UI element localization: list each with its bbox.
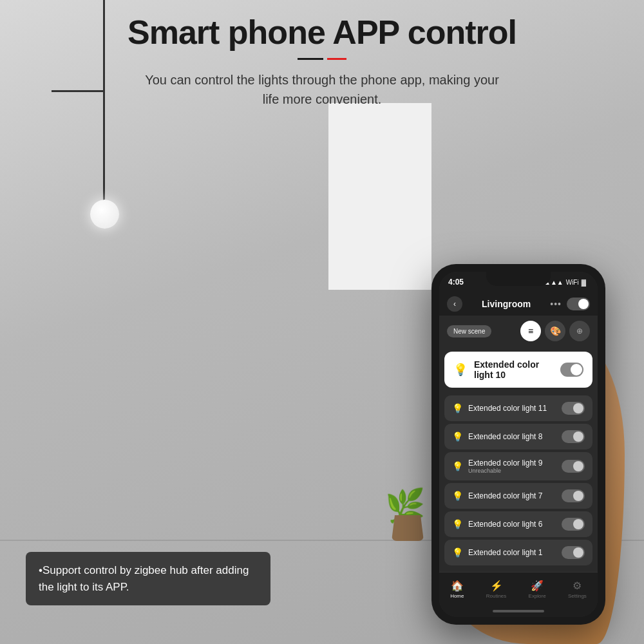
list-item[interactable]: 💡 Extended color light 7 bbox=[444, 483, 592, 509]
status-icons: ▲▲▲ WiFi ▓ bbox=[544, 279, 586, 286]
page-title: Smart phone APP control bbox=[0, 13, 644, 52]
black-underline bbox=[298, 58, 323, 60]
palette-icon: 🎨 bbox=[550, 326, 561, 336]
plant-decoration: 🌿 bbox=[392, 489, 425, 541]
info-text: •Support control by zigbee hub after add… bbox=[39, 564, 249, 593]
color-button[interactable]: ⊕ bbox=[569, 321, 590, 341]
featured-device[interactable]: 💡 Extended color light 10 bbox=[444, 352, 592, 388]
room-title: Livingroom bbox=[482, 299, 531, 309]
hero-section: Smart phone APP control You can control … bbox=[0, 13, 644, 109]
nav-label: Routines bbox=[486, 593, 507, 599]
back-button[interactable]: ‹ bbox=[447, 296, 462, 312]
device-toggle[interactable] bbox=[562, 546, 585, 559]
subtitle-line2: life more convenient. bbox=[263, 92, 382, 106]
device-bulb-icon: 💡 bbox=[452, 403, 463, 413]
device-status: Unreachable bbox=[468, 468, 542, 474]
phone-screen: 4:05 ▲▲▲ WiFi ▓ ‹ Livingroom ••• bbox=[439, 272, 598, 617]
device-bulb-icon: 💡 bbox=[452, 547, 463, 558]
subtitle-line1: You can control the lights through the p… bbox=[145, 73, 499, 87]
toolbar-icons: ≡ 🎨 ⊕ bbox=[520, 321, 590, 341]
nav-icon: ⚡ bbox=[490, 580, 503, 592]
more-options[interactable]: ••• bbox=[550, 299, 562, 309]
list-view-button[interactable]: ≡ bbox=[520, 321, 541, 341]
nav-icon: 🏠 bbox=[451, 580, 464, 592]
wifi-icon: WiFi bbox=[566, 279, 579, 286]
nav-item-routines[interactable]: ⚡ Routines bbox=[486, 580, 507, 599]
home-indicator bbox=[439, 605, 598, 617]
new-scene-button[interactable]: New scene bbox=[447, 325, 491, 337]
device-toggle[interactable] bbox=[562, 518, 585, 531]
wall-panel bbox=[328, 103, 431, 290]
device-name: Extended color light 9 bbox=[468, 459, 542, 468]
nav-label: Explore bbox=[529, 593, 546, 599]
battery-icon: ▓ bbox=[582, 279, 586, 286]
nav-item-settings[interactable]: ⚙ Settings bbox=[568, 580, 587, 599]
header-actions: ••• bbox=[550, 298, 590, 310]
palette-button[interactable]: 🎨 bbox=[545, 321, 565, 341]
list-item[interactable]: 💡 Extended color light 9 Unreachable bbox=[444, 452, 592, 480]
bottom-nav: 🏠 Home ⚡ Routines 🚀 Explore ⚙ Settings bbox=[439, 572, 598, 605]
list-item[interactable]: 💡 Extended color light 11 bbox=[444, 395, 592, 421]
device-bulb-icon: 💡 bbox=[452, 519, 463, 529]
list-icon: ≡ bbox=[528, 326, 533, 336]
device-toggle[interactable] bbox=[562, 460, 585, 473]
plant-pot bbox=[392, 515, 424, 541]
nav-item-home[interactable]: 🏠 Home bbox=[450, 580, 464, 599]
nav-icon: 🚀 bbox=[531, 580, 544, 592]
device-left: 💡 Extended color light 6 bbox=[452, 519, 542, 529]
list-item[interactable]: 💡 Extended color light 6 bbox=[444, 511, 592, 537]
device-name: Extended color light 7 bbox=[468, 491, 542, 500]
list-item[interactable]: 💡 Extended color light 8 bbox=[444, 424, 592, 450]
color-icon: ⊕ bbox=[576, 327, 583, 336]
phone-body: 4:05 ▲▲▲ WiFi ▓ ‹ Livingroom ••• bbox=[431, 264, 605, 625]
toolbar: New scene ≡ 🎨 ⊕ bbox=[439, 316, 598, 346]
red-underline bbox=[327, 58, 346, 60]
device-left: 💡 Extended color light 11 bbox=[452, 403, 547, 413]
info-box: •Support control by zigbee hub after add… bbox=[26, 552, 270, 605]
device-name: Extended color light 1 bbox=[468, 548, 542, 557]
featured-left: 💡 Extended color light 10 bbox=[453, 359, 560, 380]
phone-notch bbox=[486, 272, 551, 286]
device-info: Extended color light 11 bbox=[468, 404, 547, 413]
phone-mockup: 4:05 ▲▲▲ WiFi ▓ ‹ Livingroom ••• bbox=[431, 264, 605, 625]
device-list: 💡 Extended color light 11 💡 Extended col… bbox=[439, 393, 598, 572]
title-underline bbox=[0, 58, 644, 60]
device-left: 💡 Extended color light 8 bbox=[452, 431, 542, 442]
device-info: Extended color light 1 bbox=[468, 548, 542, 557]
nav-label: Settings bbox=[568, 593, 587, 599]
featured-toggle[interactable] bbox=[560, 363, 583, 377]
device-toggle[interactable] bbox=[562, 402, 585, 415]
home-bar bbox=[493, 610, 544, 612]
device-left: 💡 Extended color light 1 bbox=[452, 547, 542, 558]
device-info: Extended color light 6 bbox=[468, 520, 542, 529]
featured-device-name: Extended color light 10 bbox=[474, 359, 560, 380]
device-bulb-icon: 💡 bbox=[452, 461, 463, 471]
status-time: 4:05 bbox=[448, 278, 464, 287]
device-left: 💡 Extended color light 7 bbox=[452, 491, 542, 501]
device-info: Extended color light 8 bbox=[468, 432, 542, 441]
subtitle: You can control the lights through the p… bbox=[0, 70, 644, 109]
device-info: Extended color light 7 bbox=[468, 491, 542, 500]
device-name: Extended color light 8 bbox=[468, 432, 542, 441]
device-toggle[interactable] bbox=[562, 489, 585, 502]
device-name: Extended color light 11 bbox=[468, 404, 547, 413]
nav-icon: ⚙ bbox=[573, 580, 582, 592]
lamp-bulb bbox=[90, 200, 119, 229]
room-toggle[interactable] bbox=[567, 298, 590, 310]
featured-bulb-icon: 💡 bbox=[453, 363, 468, 377]
nav-label: Home bbox=[450, 593, 464, 599]
device-info: Extended color light 9 Unreachable bbox=[468, 459, 542, 474]
device-left: 💡 Extended color light 9 Unreachable bbox=[452, 459, 542, 474]
device-name: Extended color light 6 bbox=[468, 520, 542, 529]
back-icon: ‹ bbox=[453, 299, 456, 308]
app-header: ‹ Livingroom ••• bbox=[439, 292, 598, 316]
device-toggle[interactable] bbox=[562, 430, 585, 443]
device-bulb-icon: 💡 bbox=[452, 431, 463, 442]
device-bulb-icon: 💡 bbox=[452, 491, 463, 501]
list-item[interactable]: 💡 Extended color light 1 bbox=[444, 540, 592, 565]
nav-item-explore[interactable]: 🚀 Explore bbox=[529, 580, 546, 599]
